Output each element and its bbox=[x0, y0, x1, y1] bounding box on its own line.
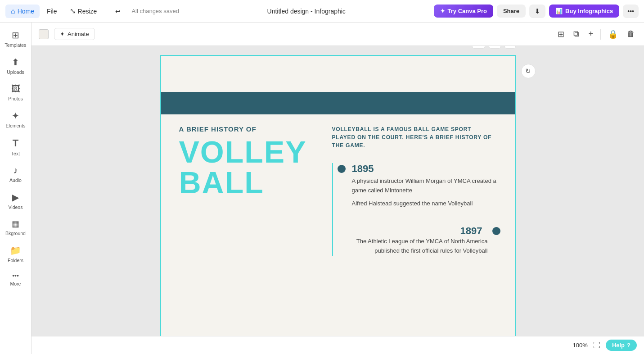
infographic-left: A BRIEF HISTORY OF VOLLEY BALL bbox=[179, 125, 332, 256]
undo-icon: ↩ bbox=[115, 8, 121, 15]
trash-icon: 🗑 bbox=[627, 29, 635, 39]
more-icon: ••• bbox=[627, 8, 634, 15]
frame-button[interactable]: ⊡ bbox=[472, 46, 485, 49]
title-line1: VOLLEY bbox=[179, 136, 332, 167]
home-label: Home bbox=[18, 8, 34, 15]
try-pro-label: Try Canva Pro bbox=[448, 8, 487, 14]
uploads-label: Uploads bbox=[7, 69, 24, 75]
sidebar-item-background[interactable]: ▦ Bkground bbox=[2, 215, 30, 240]
timeline: 1895 A physical instructor William Morga… bbox=[332, 163, 497, 256]
timeline-dot-1897 bbox=[492, 227, 500, 235]
try-pro-button[interactable]: ✦ Try Canva Pro bbox=[434, 5, 493, 18]
videos-icon: ▶ bbox=[12, 192, 19, 203]
download-icon: ⬇ bbox=[535, 8, 540, 15]
help-label: Help bbox=[612, 342, 625, 349]
brief-history-text: A BRIEF HISTORY OF bbox=[179, 125, 332, 133]
home-icon: ⌂ bbox=[11, 7, 15, 15]
buy-label: Buy Infographics bbox=[565, 8, 613, 14]
file-label: File bbox=[47, 8, 57, 15]
templates-icon: ⊞ bbox=[12, 30, 19, 41]
add-page-button[interactable]: + bbox=[586, 27, 595, 41]
timeline-dot-1895 bbox=[338, 165, 346, 173]
timeline-entry-1897: 1897 bbox=[341, 225, 488, 237]
teal-band bbox=[161, 92, 515, 114]
audio-icon: ♪ bbox=[14, 165, 18, 176]
home-button[interactable]: ⌂ Home bbox=[5, 5, 40, 18]
volleyball-title: VOLLEY BALL bbox=[179, 136, 332, 198]
more-options-button[interactable]: ••• bbox=[623, 5, 639, 18]
sidebar: ⊞ Templates ⬆ Uploads 🖼 Photos ✦ Element… bbox=[0, 23, 32, 354]
background-label: Bkground bbox=[5, 231, 26, 236]
more-label: More bbox=[10, 281, 21, 286]
grid-view-button[interactable]: ⊞ bbox=[556, 27, 566, 41]
file-button[interactable]: File bbox=[41, 5, 63, 18]
sidebar-item-audio[interactable]: ♪ Audio bbox=[2, 162, 30, 186]
main-area: ⊞ Templates ⬆ Uploads 🖼 Photos ✦ Element… bbox=[0, 23, 644, 354]
fullscreen-button[interactable]: ⛶ bbox=[593, 341, 600, 349]
toolbar-right-icons: ⊞ ⧉ + 🔒 🗑 bbox=[556, 27, 637, 41]
animate-label: Animate bbox=[68, 31, 89, 37]
resize-label: Resize bbox=[78, 8, 97, 15]
timeline-text-1897: The Athletic League of the YMCA of North… bbox=[341, 237, 488, 256]
toolbar-divider bbox=[600, 29, 601, 40]
canvas-area[interactable]: ⊡ ⧉ + ↻ bbox=[32, 46, 644, 336]
share-button[interactable]: Share bbox=[497, 5, 526, 18]
grid-icon: ⊞ bbox=[558, 29, 564, 39]
duplicate-button[interactable]: ⧉ bbox=[489, 46, 501, 49]
zoom-level: 100% bbox=[573, 342, 588, 349]
refresh-button[interactable]: ↻ bbox=[521, 64, 536, 78]
infographic-right: VOLLEYBALL IS A FAMOUS BALL GAME SPORT P… bbox=[332, 125, 497, 256]
uploads-icon: ⬆ bbox=[12, 57, 19, 68]
timeline-text-1895-1: Alfred Halstead suggested the name Volle… bbox=[341, 199, 497, 209]
copy-icon: ⧉ bbox=[573, 29, 579, 39]
download-button[interactable]: ⬇ bbox=[529, 5, 545, 18]
add-element-button[interactable]: + bbox=[504, 46, 516, 49]
help-button[interactable]: Help ? bbox=[606, 340, 637, 351]
fullscreen-icon: ⛶ bbox=[593, 341, 600, 349]
sidebar-item-photos[interactable]: 🖼 Photos bbox=[2, 80, 30, 105]
share-label: Share bbox=[503, 8, 519, 14]
undo-button[interactable]: ↩ bbox=[110, 5, 126, 18]
resize-icon: ⤡ bbox=[70, 7, 76, 15]
sidebar-item-uploads[interactable]: ⬆ Uploads bbox=[2, 53, 30, 78]
year-1897: 1897 bbox=[460, 225, 482, 237]
background-icon: ▦ bbox=[12, 219, 19, 229]
videos-label: Videos bbox=[9, 204, 23, 210]
trash-button[interactable]: 🗑 bbox=[625, 27, 637, 41]
lock-button[interactable]: 🔒 bbox=[606, 27, 620, 41]
save-status: All changes saved bbox=[131, 8, 179, 14]
animate-sparkle-icon: ✦ bbox=[60, 31, 65, 37]
infographic-canvas[interactable]: A BRIEF HISTORY OF VOLLEY BALL VOLLEYBAL… bbox=[160, 55, 516, 336]
document-title: Untitled design - Infographic bbox=[181, 8, 432, 15]
sidebar-item-text[interactable]: T Text bbox=[2, 134, 30, 160]
folders-label: Folders bbox=[8, 258, 23, 263]
sidebar-item-folders[interactable]: 📁 Folders bbox=[2, 241, 30, 267]
sidebar-item-templates[interactable]: ⊞ Templates bbox=[2, 26, 30, 51]
more-icon: ••• bbox=[12, 272, 19, 279]
sidebar-item-more[interactable]: ••• More bbox=[2, 268, 30, 290]
color-picker[interactable] bbox=[39, 29, 49, 39]
photos-label: Photos bbox=[8, 96, 23, 101]
bottombar: 100% ⛶ Help ? bbox=[32, 336, 644, 354]
templates-label: Templates bbox=[5, 42, 27, 48]
photos-icon: 🖼 bbox=[11, 84, 20, 94]
text-icon: T bbox=[13, 137, 18, 149]
add-icon: + bbox=[588, 29, 593, 39]
title-line2: BALL bbox=[179, 167, 332, 198]
timeline-text-1895-0: A physical instructor William Morgan of … bbox=[341, 177, 497, 195]
sidebar-item-elements[interactable]: ✦ Elements bbox=[2, 107, 30, 132]
text-label: Text bbox=[11, 151, 20, 156]
buy-button[interactable]: 📊 Buy Infographics bbox=[549, 5, 619, 18]
lock-icon: 🔒 bbox=[608, 29, 618, 39]
copy-button[interactable]: ⧉ bbox=[572, 27, 581, 41]
topbar: ⌂ Home File ⤡ Resize ↩ All changes saved… bbox=[0, 0, 644, 23]
animate-button[interactable]: ✦ Animate bbox=[54, 28, 95, 40]
sidebar-item-videos[interactable]: ▶ Videos bbox=[2, 188, 30, 213]
timeline-spacer bbox=[341, 212, 497, 225]
elements-icon: ✦ bbox=[12, 110, 19, 121]
timeline-line bbox=[332, 163, 333, 256]
resize-button[interactable]: ⤡ Resize bbox=[64, 4, 103, 18]
folders-icon: 📁 bbox=[10, 245, 21, 256]
audio-label: Audio bbox=[9, 177, 22, 183]
header-band bbox=[161, 56, 515, 92]
